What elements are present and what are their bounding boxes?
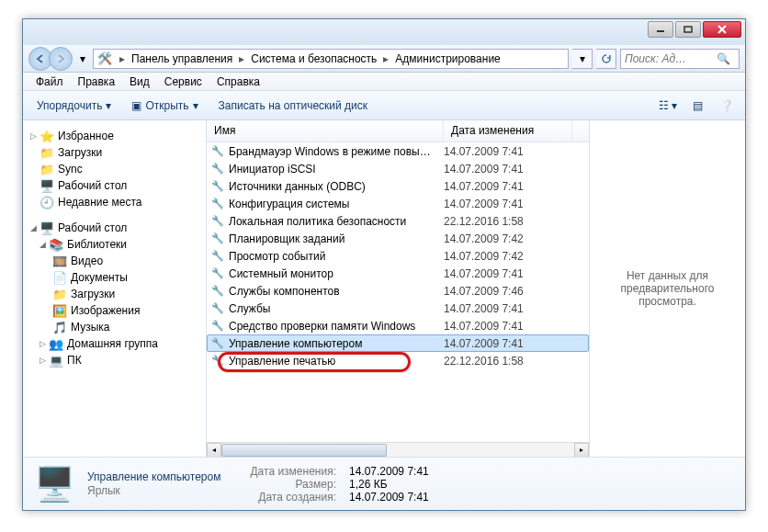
sidebar-item-downloads[interactable]: 📁Загрузки — [23, 144, 206, 161]
nav-forward-button[interactable] — [49, 47, 73, 71]
sidebar-favorites[interactable]: ▷⭐Избранное — [23, 128, 206, 144]
open-button[interactable]: ▣Открыть ▾ — [123, 95, 206, 117]
file-date: 14.07.2009 7:42 — [444, 232, 572, 245]
file-date: 14.07.2009 7:41 — [444, 267, 572, 280]
file-name: Просмотр событий — [229, 250, 444, 263]
menu-tools[interactable]: Сервис — [157, 74, 209, 90]
file-row[interactable]: 🔧Средство проверки памяти Windows14.07.2… — [207, 317, 589, 334]
explorer-window: ▾ 🛠️ ▸ Панель управления ▸ Система и без… — [22, 18, 746, 511]
scroll-right-button[interactable]: ▸ — [574, 443, 589, 458]
sidebar-item-libraries[interactable]: ◢📚Библиотеки — [23, 236, 206, 253]
organize-button[interactable]: Упорядочить ▾ — [28, 95, 119, 117]
menu-file[interactable]: Файл — [28, 74, 71, 90]
star-icon: ⭐ — [40, 129, 54, 143]
close-button[interactable] — [703, 21, 741, 38]
file-row[interactable]: 🔧Инициатор iSCSI14.07.2009 7:41 — [207, 160, 589, 177]
open-icon: ▣ — [131, 99, 141, 112]
column-name[interactable]: Имя — [207, 120, 444, 141]
file-row[interactable]: 🔧Конфигурация системы14.07.2009 7:41 — [207, 195, 589, 212]
burn-button[interactable]: Записать на оптический диск — [210, 95, 377, 117]
sidebar: ▷⭐Избранное 📁Загрузки 📁Sync 🖥️Рабочий ст… — [23, 120, 207, 457]
column-headers: Имя Дата изменения — [207, 120, 589, 142]
address-bar: ▾ 🛠️ ▸ Панель управления ▸ Система и без… — [23, 45, 745, 73]
details-modified-label: Дата изменения: — [250, 465, 336, 478]
column-date[interactable]: Дата изменения — [444, 120, 572, 141]
search-box[interactable]: 🔍 — [620, 49, 740, 69]
sidebar-item-desktop[interactable]: 🖥️Рабочий стол — [23, 177, 206, 194]
file-row[interactable]: 🔧Управление печатью22.12.2016 1:58 — [207, 352, 589, 369]
picture-icon: 🖼️ — [52, 303, 67, 318]
menu-edit[interactable]: Правка — [71, 74, 123, 90]
preview-pane-button[interactable]: ▤ — [684, 95, 710, 117]
file-date: 14.07.2009 7:41 — [444, 337, 572, 350]
sidebar-item-music[interactable]: 🎵Музыка — [23, 319, 206, 335]
sidebar-item-pictures[interactable]: 🖼️Изображения — [23, 302, 206, 319]
shortcut-icon: 🔧 — [210, 214, 225, 229]
file-row[interactable]: 🔧Брандмауэр Windows в режиме повы…14.07.… — [207, 142, 589, 160]
burn-label: Записать на оптический диск — [219, 99, 368, 112]
menu-view[interactable]: Вид — [122, 74, 157, 90]
sidebar-item-label: Библиотеки — [67, 238, 127, 251]
sidebar-item-label: Избранное — [58, 130, 114, 142]
scroll-track[interactable] — [221, 443, 574, 458]
refresh-button[interactable] — [596, 49, 616, 69]
shortcut-icon: 🔧 — [210, 266, 225, 281]
shortcut-icon: 🔧 — [210, 319, 225, 334]
breadcrumb-item[interactable]: Панель управления — [129, 51, 235, 66]
search-icon: 🔍 — [717, 52, 730, 65]
homegroup-icon: 👥 — [49, 336, 63, 351]
chevron-right-icon[interactable]: ▸ — [237, 52, 246, 65]
file-date: 14.07.2009 7:41 — [444, 302, 572, 315]
view-button[interactable]: ☷ ▾ — [655, 95, 681, 117]
sidebar-item-pc[interactable]: ▷💻ПК — [23, 352, 206, 368]
file-row[interactable]: 🔧Планировщик заданий14.07.2009 7:42 — [207, 230, 589, 247]
menu-help[interactable]: Справка — [209, 74, 267, 90]
sidebar-item-recent[interactable]: 🕘Недавние места — [23, 194, 206, 210]
sidebar-item-sync[interactable]: 📁Sync — [23, 161, 206, 177]
chevron-right-icon[interactable]: ▸ — [381, 52, 390, 65]
file-row[interactable]: 🔧Службы14.07.2009 7:41 — [207, 300, 589, 317]
minimize-button[interactable] — [648, 21, 673, 38]
computer-icon: 💻 — [49, 353, 63, 368]
sidebar-item-video[interactable]: 🎞️Видео — [23, 253, 206, 269]
file-row[interactable]: 🔧Локальная политика безопасности22.12.20… — [207, 212, 589, 230]
maximize-button[interactable] — [675, 21, 701, 38]
breadcrumb[interactable]: 🛠️ ▸ Панель управления ▸ Система и безоп… — [93, 49, 569, 69]
chevron-right-icon[interactable]: ▸ — [118, 52, 127, 65]
address-dropdown-button[interactable]: ▾ — [572, 49, 593, 69]
file-row[interactable]: 🔧Службы компонентов14.07.2009 7:46 — [207, 282, 589, 300]
breadcrumb-item[interactable]: Администрирование — [392, 51, 503, 66]
open-label: Открыть — [145, 99, 188, 112]
file-name: Управление компьютером — [229, 337, 444, 350]
sidebar-desktop-group[interactable]: ◢🖥️Рабочий стол — [23, 220, 206, 236]
file-row[interactable]: 🔧Системный монитор14.07.2009 7:41 — [207, 265, 589, 282]
sidebar-item-label: Музыка — [71, 321, 109, 334]
file-row[interactable]: 🔧Источники данных (ODBC)14.07.2009 7:41 — [207, 177, 589, 195]
music-icon: 🎵 — [52, 320, 67, 334]
details-size-label: Размер: — [250, 478, 336, 491]
file-name: Локальная политика безопасности — [229, 215, 444, 228]
scroll-thumb[interactable] — [221, 444, 387, 457]
sidebar-item-label: Изображения — [71, 304, 140, 317]
breadcrumb-item[interactable]: Система и безопасность — [248, 51, 379, 66]
file-row[interactable]: 🔧Управление компьютером14.07.2009 7:41 — [207, 334, 589, 352]
help-button[interactable]: ❔ — [714, 95, 740, 117]
file-row[interactable]: 🔧Просмотр событий14.07.2009 7:42 — [207, 247, 589, 265]
recent-icon: 🕘 — [40, 195, 54, 209]
collapse-icon: ◢ — [30, 223, 40, 232]
details-size: 1,26 КБ — [349, 478, 429, 491]
shortcut-icon: 🔧 — [210, 301, 225, 316]
sidebar-item-documents[interactable]: 📄Документы — [23, 269, 206, 286]
file-name: Управление печатью — [229, 355, 444, 368]
horizontal-scrollbar[interactable]: ◂ ▸ — [207, 442, 589, 457]
scroll-left-button[interactable]: ◂ — [207, 443, 221, 458]
preview-text: Нет данных для предварительного просмотр… — [599, 269, 736, 308]
document-icon: 📄 — [52, 270, 67, 285]
sidebar-item-label: ПК — [67, 354, 82, 367]
preview-pane: Нет данных для предварительного просмотр… — [589, 120, 745, 457]
search-input[interactable] — [625, 52, 717, 65]
sidebar-item-homegroup[interactable]: ▷👥Домашняя группа — [23, 335, 206, 352]
sidebar-item-label: Документы — [71, 271, 128, 284]
nav-history-dropdown[interactable]: ▾ — [76, 50, 89, 68]
sidebar-item-downloads[interactable]: 📁Загрузки — [23, 286, 206, 302]
